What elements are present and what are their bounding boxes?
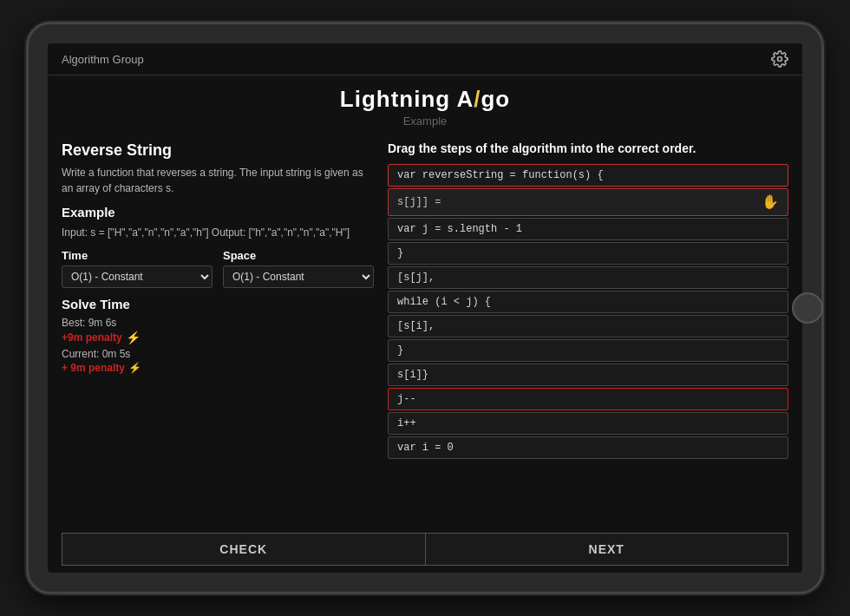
code-step-10-text: j-- bbox=[397, 393, 416, 405]
bolt-icon-1: ⚡ bbox=[126, 331, 141, 344]
bottom-buttons: CHECK NEXT bbox=[62, 533, 788, 566]
current-time: Current: 0m 5s bbox=[62, 348, 374, 360]
code-step-6-text: while (i < j) { bbox=[397, 296, 491, 308]
solve-time-title: Solve Time bbox=[62, 297, 374, 311]
app-title: Lightning A/go bbox=[48, 86, 802, 113]
lightning-bolt: / bbox=[474, 86, 481, 112]
complexity-row: Time O(1) - Constant O(n) - Linear O(n²)… bbox=[62, 249, 374, 288]
code-step-9[interactable]: s[i]} bbox=[388, 364, 788, 386]
next-button[interactable]: NEXT bbox=[426, 533, 789, 566]
code-step-3[interactable]: var j = s.length - 1 bbox=[388, 218, 788, 240]
code-step-7[interactable]: [s[i], bbox=[388, 315, 788, 337]
code-step-10[interactable]: j-- bbox=[388, 388, 788, 410]
problem-title: Reverse String bbox=[62, 141, 374, 160]
code-step-5-text: [s[j], bbox=[397, 272, 435, 284]
left-panel: Reverse String Write a function that rev… bbox=[62, 141, 374, 519]
code-step-11[interactable]: i++ bbox=[388, 412, 788, 435]
penalty-2-text: + 9m penalty bbox=[62, 362, 125, 374]
example-label: Example bbox=[62, 205, 374, 220]
code-step-5[interactable]: [s[j], bbox=[388, 266, 788, 289]
penalty-1-text: +9m penalty bbox=[62, 331, 122, 344]
best-time: Best: 9m 6s bbox=[62, 317, 374, 329]
space-complexity-col: Space O(1) - Constant O(n) - Linear O(n²… bbox=[223, 249, 374, 288]
space-label: Space bbox=[223, 249, 374, 262]
code-step-12[interactable]: var i = 0 bbox=[388, 436, 788, 459]
code-step-9-text: s[i]} bbox=[397, 369, 428, 381]
check-button[interactable]: CHECK bbox=[62, 533, 426, 566]
header-title: Algorithm Group bbox=[62, 53, 144, 66]
main-content: Reverse String Write a function that rev… bbox=[48, 131, 802, 526]
space-select[interactable]: O(1) - Constant O(n) - Linear O(n²) - Qu… bbox=[223, 265, 374, 288]
example-text: Input: s = ["H","a","n","n","a","h"] Out… bbox=[62, 225, 374, 240]
code-step-7-text: [s[i], bbox=[397, 320, 435, 332]
device-frame: Algorithm Group Lightning A/go Example R… bbox=[26, 22, 824, 594]
code-step-8[interactable]: } bbox=[388, 339, 788, 362]
code-step-4-text: } bbox=[397, 247, 403, 259]
drag-instruction: Drag the steps of the algorithm into the… bbox=[388, 141, 788, 155]
right-panel: Drag the steps of the algorithm into the… bbox=[388, 141, 788, 519]
time-complexity-col: Time O(1) - Constant O(n) - Linear O(n²)… bbox=[62, 249, 212, 288]
code-steps-container: var reverseString = function(s) { s[j]] … bbox=[388, 164, 788, 519]
code-step-2[interactable]: s[j]] = ✋ bbox=[388, 188, 788, 216]
code-step-8-text: } bbox=[397, 344, 403, 357]
svg-point-0 bbox=[778, 57, 782, 62]
code-step-1[interactable]: var reverseString = function(s) { bbox=[388, 164, 788, 187]
drag-cursor-icon: ✋ bbox=[762, 193, 779, 211]
time-label: Time bbox=[62, 249, 212, 262]
bolt-icon-2: ⚡ bbox=[128, 362, 141, 374]
code-step-3-text: var j = s.length - 1 bbox=[397, 223, 522, 235]
subtitle: Example bbox=[48, 115, 802, 128]
title-area: Lightning A/go Example bbox=[48, 75, 802, 131]
penalty-2: + 9m penalty ⚡ bbox=[62, 362, 374, 374]
code-step-1-text: var reverseString = function(s) { bbox=[397, 169, 604, 181]
home-button[interactable] bbox=[792, 292, 823, 324]
code-step-4[interactable]: } bbox=[388, 242, 788, 265]
code-step-11-text: i++ bbox=[397, 417, 416, 429]
code-step-6[interactable]: while (i < j) { bbox=[388, 291, 788, 313]
problem-description: Write a function that reverses a string.… bbox=[62, 165, 374, 196]
code-step-12-text: var i = 0 bbox=[397, 442, 454, 454]
header: Algorithm Group bbox=[48, 43, 802, 75]
penalty-1: +9m penalty ⚡ bbox=[62, 331, 374, 344]
time-select[interactable]: O(1) - Constant O(n) - Linear O(n²) - Qu… bbox=[62, 265, 212, 288]
screen: Algorithm Group Lightning A/go Example R… bbox=[48, 43, 802, 573]
code-step-2-text: s[j]] = bbox=[397, 196, 441, 208]
gear-icon[interactable] bbox=[771, 50, 788, 68]
